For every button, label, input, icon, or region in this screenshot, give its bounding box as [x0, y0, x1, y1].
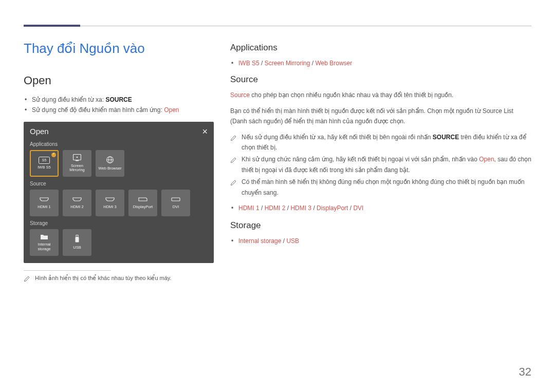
conn-dvi: DVI [353, 204, 363, 212]
pencil-note-icon [230, 156, 237, 162]
note3-text: Có thể màn hình sẽ hiển thị không đúng n… [242, 178, 525, 196]
displayport-icon [138, 196, 147, 203]
sep: / [348, 204, 353, 212]
check-badge-icon [51, 153, 56, 157]
app-browser: Web Browser [315, 60, 352, 67]
sep: / [281, 237, 286, 245]
sep: / [260, 204, 265, 212]
source-p1-rest: cho phép bạn chọn nhiều nguồn khác nhau … [250, 91, 453, 99]
tile-label-bot: Mirroring [69, 168, 85, 173]
header-rule [24, 26, 531, 26]
note2-a: Khi sử dụng chức năng cảm ứng, hãy kết n… [242, 156, 479, 163]
folder-icon [40, 233, 48, 241]
tile-label-bot: storage [38, 247, 50, 252]
device-title: Open [30, 127, 49, 136]
hdmi-icon [105, 196, 115, 203]
tile-label: HDMI 3 [103, 205, 116, 210]
source-p1: Source cho phép bạn chọn nhiều nguồn khá… [230, 90, 531, 100]
pencil-note-icon [230, 134, 237, 140]
svg-rect-6 [172, 198, 180, 201]
storage-heading: Storage [230, 220, 531, 231]
tile-screen-mirroring[interactable]: Screen Mirroring [63, 150, 91, 177]
open-bullet-touch: Sử dụng chế độ điều khiển màn hình cảm ứ… [24, 105, 214, 115]
note1-source: SOURCE [433, 134, 459, 141]
tile-label: DVI [173, 205, 179, 210]
bold-rule-segment [24, 25, 80, 27]
tile-label: DisplayPort [133, 205, 153, 210]
open-bullet-remote: Sử dụng điều khiển từ xa: SOURCE [24, 95, 214, 105]
applications-heading: Applications [230, 43, 531, 53]
tile-internal-storage[interactable]: Internal storage [30, 229, 59, 256]
text: Sử dụng chế độ điều khiển màn hình cảm ứ… [32, 106, 164, 114]
device-screenshot: Open × Applications S5 IWB S5 Screen Mir… [24, 122, 214, 263]
tile-hdmi2[interactable]: HDMI 2 [63, 190, 91, 216]
applications-list: IWB S5 / Screen Mirroring / Web Browser [230, 58, 531, 68]
sep: / [285, 204, 290, 212]
source-notes: Nếu sử dụng điều khiển từ xa, hãy kết nố… [230, 132, 531, 198]
sep: / [311, 204, 317, 212]
tile-usb[interactable]: USB [63, 229, 91, 256]
tile-hdmi3[interactable]: HDMI 3 [96, 190, 124, 216]
hdmi-icon [40, 196, 49, 203]
page-number: 32 [519, 365, 531, 379]
tile-web-browser[interactable]: Web Browser [96, 150, 124, 177]
two-column-layout: Thay đổi Nguồn vào Open Sử dụng điều khi… [24, 41, 531, 282]
source-connectors: HDMI 1 / HDMI 2 / HDMI 3 / DisplayPort /… [230, 203, 531, 213]
screen-mirroring-icon [73, 154, 81, 162]
hdmi-icon [72, 196, 82, 203]
open-bullets: Sử dụng điều khiển từ xa: SOURCE Sử dụng… [24, 95, 214, 116]
note2-open: Open [479, 156, 494, 163]
tile-dvi[interactable]: DVI [161, 190, 190, 216]
left-column: Thay đổi Nguồn vào Open Sử dụng điều khi… [24, 41, 214, 282]
note-3: Có thể màn hình sẽ hiển thị không đúng n… [230, 177, 531, 198]
tile-displayport[interactable]: DisplayPort [128, 190, 157, 216]
sep: / [260, 60, 265, 67]
footnote-text: Hình ảnh hiển thị có thể khác nhau tùy t… [35, 275, 172, 281]
open-heading: Open [24, 74, 214, 87]
conn-hdmi1: HDMI 1 [238, 204, 260, 212]
right-column: Applications IWB S5 / Screen Mirroring /… [230, 41, 531, 282]
tile-label: Web Browser [99, 166, 122, 171]
device-sec-source: Source [30, 181, 208, 186]
tile-label: HDMI 1 [38, 205, 50, 210]
iwb-box-icon: S5 [39, 157, 50, 164]
globe-icon [106, 156, 114, 165]
tile-label: IWB S5 [38, 165, 50, 170]
dvi-icon [171, 196, 180, 203]
conn-hdmi3: HDMI 3 [290, 204, 311, 212]
conn-dp: DisplayPort [317, 204, 348, 212]
footnote-rule [24, 270, 111, 271]
storage-items: Internal storage / USB [230, 236, 531, 246]
applications-row: S5 IWB S5 Screen Mirroring Web Browser [30, 150, 208, 177]
note-2: Khi sử dụng chức năng cảm ứng, hãy kết n… [230, 154, 531, 175]
source-heading: Source [230, 74, 531, 85]
storage-usb: USB [286, 237, 299, 245]
tile-label: USB [73, 246, 81, 250]
device-header: Open × [30, 127, 208, 136]
app-mirroring: Screen Mirroring [265, 60, 310, 67]
svg-rect-2 [76, 160, 79, 161]
storage-internal: Internal storage [238, 237, 281, 245]
pencil-note-icon [24, 275, 31, 282]
source-p2: Bạn có thể hiển thị màn hình thiết bị ng… [230, 106, 531, 127]
app-iwb: IWB S5 [238, 60, 260, 67]
sep: / [310, 60, 315, 67]
svg-rect-8 [76, 237, 79, 242]
note-1: Nếu sử dụng điều khiển từ xa, hãy kết nố… [230, 132, 531, 153]
footnote: Hình ảnh hiển thị có thể khác nhau tùy t… [24, 275, 214, 282]
usb-icon [75, 235, 80, 244]
svg-rect-7 [76, 235, 78, 237]
tile-iwb-s5[interactable]: S5 IWB S5 [30, 150, 59, 177]
conn-hdmi2: HDMI 2 [265, 204, 286, 212]
tile-hdmi1[interactable]: HDMI 1 [30, 190, 59, 216]
applications-items: IWB S5 / Screen Mirroring / Web Browser [230, 58, 531, 68]
device-sec-storage: Storage [30, 220, 208, 226]
close-icon[interactable]: × [202, 127, 208, 136]
text: Sử dụng điều khiển từ xa: [32, 96, 105, 103]
note1-a: Nếu sử dụng điều khiển từ xa, hãy kết nố… [242, 134, 433, 141]
storage-row: Internal storage USB [30, 229, 208, 256]
tile-label: HDMI 2 [70, 205, 83, 210]
chapter-title: Thay đổi Nguồn vào [24, 41, 214, 57]
open-label: Open [164, 106, 179, 114]
storage-list: Internal storage / USB [230, 236, 531, 246]
